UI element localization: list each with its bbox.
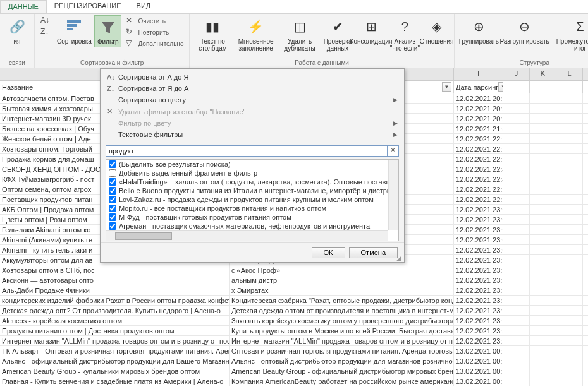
cell-date[interactable]: 12.02.2021 23:28:01: [454, 316, 503, 325]
cell-name[interactable]: Альянс - официальный дистрибьютор продук…: [0, 356, 230, 366]
filter-checkbox[interactable]: [109, 213, 116, 221]
table-row[interactable]: Главная - Купить венчения и свадебные пл…: [0, 376, 588, 386]
cell-date[interactable]: 12.02.2021 23:19:57: [454, 296, 503, 305]
cell-date[interactable]: 13.02.2021 00:19:52: [454, 366, 503, 376]
table-row[interactable]: Аксионн — автотовары оптоальным дистр12.…: [0, 275, 588, 285]
col-header-j[interactable]: J: [503, 68, 530, 80]
cell-date[interactable]: 12.02.2021 23:11:06: [454, 265, 503, 275]
filter-hscroll[interactable]: [106, 230, 388, 241]
table-row[interactable]: ТК Альварт - Оптовая и розничная торговл…: [0, 346, 588, 356]
filter-checkbox[interactable]: [109, 187, 116, 194]
text-filters-item[interactable]: Текстовые фильтры▶: [101, 129, 404, 140]
filter-checkbox[interactable]: [109, 196, 116, 203]
sort-button[interactable]: Сортировка: [54, 15, 94, 46]
cell-date[interactable]: 13.02.2021 00:14:37: [454, 346, 503, 356]
cell-name[interactable]: Главная - Купить венчения и свадебные пл…: [0, 376, 230, 386]
cell-desc[interactable]: Кондитерская фабрика "Рахат, оптовые про…: [230, 296, 454, 305]
clear-search-button[interactable]: ×: [388, 145, 399, 157]
filter-check-item[interactable]: М-Фуд - поставщик готовых продуктов пита…: [106, 213, 388, 222]
filter-vscroll[interactable]: [388, 160, 398, 230]
text-to-columns-button[interactable]: ▮▮Текст по столбцам: [193, 15, 231, 53]
filter-check-item[interactable]: Bello e Buono продукты питания из Италии…: [106, 186, 388, 195]
cell-date[interactable]: 12.02.2021 23:53:29: [454, 336, 503, 345]
cell-date[interactable]: 12.02.2021 23:10:27: [454, 255, 503, 265]
cancel-button[interactable]: Отмена: [349, 247, 398, 258]
cell-date[interactable]: 12.02.2021 20:54:29: [454, 114, 503, 123]
ungroup-button[interactable]: ⊖Разгруппировать: [499, 15, 549, 46]
cell-name[interactable]: ТК Альварт - Оптовая и розничная торговл…: [0, 346, 230, 356]
cell-desc[interactable]: х Эмиратах: [230, 285, 454, 295]
filter-checkbox[interactable]: [109, 205, 116, 212]
clear-filter-button[interactable]: ✕Очистить: [124, 15, 185, 27]
cell-desc[interactable]: Компания AmericanBeauty работает на росс…: [230, 376, 454, 386]
cell-name[interactable]: Аксионн — автотовары опто: [0, 275, 230, 285]
cell-date[interactable]: 12.02.2021 23:26:48: [454, 306, 503, 315]
filter-check-item[interactable]: «HalalTraiding» – халяль оптом (продукты…: [106, 177, 388, 186]
filter-checkbox[interactable]: [109, 222, 116, 230]
cell-desc[interactable]: Детская одежда оптом от производителя и …: [230, 306, 454, 315]
hscroll-thumb[interactable]: [115, 232, 172, 240]
table-row[interactable]: American Beauty Group - купальники миров…: [0, 366, 588, 376]
cell-date[interactable]: 12.02.2021 23:08:45: [454, 235, 503, 244]
data-validation-button[interactable]: ✔Проверка данных: [319, 15, 356, 53]
filter-check-item[interactable]: (Выделить все результаты поиска): [106, 160, 388, 169]
cell-date[interactable]: 12.02.2021 22:42:08: [454, 164, 503, 174]
cell-date[interactable]: 12.02.2021 23:07:17: [454, 205, 503, 214]
cell-date[interactable]: 13.02.2021 00:22:06: [454, 376, 503, 386]
cell-name[interactable]: Аль-Даби Продаже Финики: [0, 285, 230, 295]
filter-check-item[interactable]: Mopito.ru - все поставщики продуктов пит…: [106, 204, 388, 213]
filter-button[interactable]: Фильтр: [94, 15, 122, 47]
tab-review[interactable]: РЕЦЕНЗИРОВАНИЕ: [47, 0, 129, 13]
sort-color-item[interactable]: Сортировка по цвету▶: [101, 94, 404, 105]
consolidate-button[interactable]: ⊞Консолидация: [356, 15, 386, 46]
cell-desc[interactable]: Заказать корейскую косметику оптом у про…: [230, 316, 454, 325]
tab-data[interactable]: ДАННЫЕ: [0, 0, 47, 13]
cell-date[interactable]: 12.02.2021 22:13:14: [454, 144, 503, 153]
cell-date[interactable]: 12.02.2021 22:37:10: [454, 154, 503, 164]
cell-name[interactable]: Продукты питания оптом | Доставка продук…: [0, 326, 230, 335]
col-header-i[interactable]: I: [454, 68, 503, 80]
cell-date[interactable]: 12.02.2021 22:50:27: [454, 184, 503, 194]
sort-az-item[interactable]: A↓Сортировка от А до Я: [101, 71, 404, 83]
relations-button[interactable]: ◈Отношения: [424, 15, 450, 46]
cell-desc[interactable]: Альянс - оптовый дистрибьютор продукции …: [230, 356, 454, 366]
cell-desc[interactable]: Оптовая и розничная торговля продуктами …: [230, 346, 454, 356]
table-row[interactable]: Аль-Даби Продаже Финиких Эмиратах12.02.2…: [0, 285, 588, 296]
cell-date[interactable]: 13.02.2021 00:15:26: [454, 356, 503, 366]
subtotal-button[interactable]: ΣПромежуточный итог: [549, 15, 588, 53]
tab-view[interactable]: ВИД: [129, 0, 159, 13]
advanced-filter-button[interactable]: ▽Дополнительно: [124, 38, 185, 49]
whatif-button[interactable]: ?Анализ "что если": [386, 15, 423, 53]
cell-date[interactable]: 12.02.2021 22:46:10: [454, 174, 503, 184]
cell-date[interactable]: 12.02.2021 22:11:55: [454, 134, 503, 143]
cell-name[interactable]: Aleucos - корейская косметика оптом: [0, 316, 230, 325]
table-row[interactable]: Aleucos - корейская косметика оптомЗаказ…: [0, 316, 588, 326]
filter-check-item[interactable]: Lovi-Zakaz.ru - продажа одежды и продукт…: [106, 195, 388, 204]
cell-date[interactable]: 12.02.2021 23:12:55: [454, 275, 503, 285]
filter-checkbox[interactable]: [109, 160, 116, 168]
filter-checkbox[interactable]: [109, 169, 116, 177]
filter-checkbox[interactable]: [109, 178, 116, 186]
refresh-links-button[interactable]: 🔗 ия: [4, 15, 30, 46]
cell-desc[interactable]: Интернет магазин "ALLMin" продажа товаро…: [230, 336, 454, 345]
table-row[interactable]: Детская одежда опт? От производителя. Ку…: [0, 306, 588, 316]
col-header-k[interactable]: K: [530, 68, 556, 80]
table-row[interactable]: кондитерских изделий фабрики Рахат в Рос…: [0, 296, 588, 306]
sort-za-item[interactable]: Z↓Сортировка от Я до А: [101, 83, 404, 94]
filter-dropdown-desc[interactable]: ▼: [442, 82, 451, 92]
cell-name[interactable]: Интернет магазин "ALLMin" продажа товаро…: [0, 336, 230, 345]
cell-date[interactable]: 12.02.2021 23:08:43: [454, 225, 503, 234]
cell-date[interactable]: 12.02.2021 23:08:45: [454, 245, 503, 254]
filter-dropdown-date[interactable]: ▼: [498, 82, 503, 92]
table-row[interactable]: Хозтовары оптом в СПб, посс «Акос Проф»1…: [0, 265, 588, 275]
cell-date[interactable]: 12.02.2021 23:52:41: [454, 326, 503, 335]
cell-date[interactable]: 12.02.2021 21:33:41: [454, 124, 503, 133]
cell-date[interactable]: 12.02.2021 23:17:48: [454, 285, 503, 295]
table-row[interactable]: Продукты питания оптом | Доставка продук…: [0, 326, 588, 336]
cell-date[interactable]: 12.02.2021 23:07:40: [454, 215, 503, 224]
flash-fill-button[interactable]: ⚡Мгновенное заполнение: [231, 15, 279, 53]
cell-name[interactable]: кондитерских изделий фабрики Рахат в Рос…: [0, 296, 230, 305]
cell-desc[interactable]: American Beauty Group - официальный дист…: [230, 366, 454, 376]
sort-desc-button[interactable]: Z↓: [39, 27, 54, 38]
cell-name[interactable]: American Beauty Group - купальники миров…: [0, 366, 230, 376]
